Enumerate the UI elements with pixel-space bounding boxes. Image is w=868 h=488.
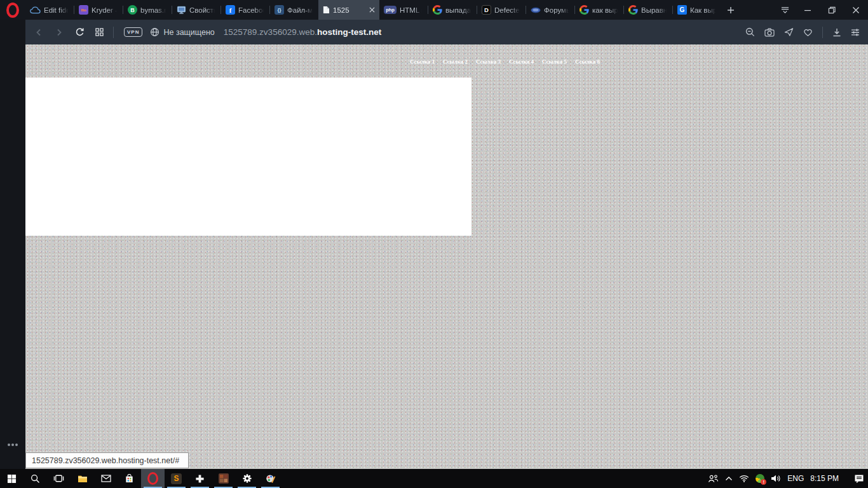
tab-13[interactable]: Выравн: [624, 0, 672, 20]
tab-title: Форумы: [544, 6, 570, 14]
people-icon: [708, 474, 719, 483]
action-center-icon: [854, 474, 864, 484]
paper-plane-icon: [784, 27, 794, 37]
forward-button[interactable]: [55, 28, 64, 37]
back-button[interactable]: [34, 28, 43, 37]
reload-button[interactable]: [75, 27, 85, 37]
clock[interactable]: 8:15 PM: [810, 474, 839, 483]
taskbar-game-button[interactable]: [212, 469, 235, 488]
taskbar-task-view-button[interactable]: [47, 469, 71, 488]
restore-button[interactable]: [820, 0, 844, 20]
taskbar-apps: S: [0, 469, 282, 488]
taskbar-start-button[interactable]: [0, 469, 24, 488]
page-nav-link-1[interactable]: Ссылка 1: [410, 58, 435, 65]
wifi-button[interactable]: [739, 475, 749, 482]
tab-title: Defecte: [494, 6, 521, 14]
site-security-button[interactable]: Не защищено: [150, 27, 214, 37]
tab-title: Edit fidd: [44, 6, 69, 14]
forum-icon: [531, 7, 541, 13]
web-page: Ссылка 1Ссылка 2Ссылка 3Ссылка 4Ссылка 5…: [25, 44, 868, 469]
camera-icon: [764, 28, 775, 37]
bookmark-button[interactable]: [803, 28, 813, 37]
security-label: Не защищено: [163, 28, 214, 37]
taskbar-paint-button[interactable]: [259, 469, 282, 488]
my-flow-button[interactable]: [784, 27, 794, 37]
downloads-button[interactable]: [832, 28, 841, 37]
page-nav-link-5[interactable]: Ссылка 5: [542, 58, 567, 65]
page-nav-link-3[interactable]: Ссылка 3: [476, 58, 501, 65]
action-center-button[interactable]: [854, 474, 864, 484]
tiles-icon: [95, 28, 104, 36]
tab-2[interactable]: lfmKryder -: [74, 0, 123, 20]
tab-search-button[interactable]: [774, 0, 796, 20]
tab-5[interactable]: fFaceboo: [221, 0, 269, 20]
taskbar-opera-button[interactable]: [141, 469, 165, 488]
tab-3[interactable]: Bbymas.ru: [123, 0, 172, 20]
page-nav-link-6[interactable]: Ссылка 6: [575, 58, 600, 65]
taskbar-mail-button[interactable]: [94, 469, 118, 488]
tab-11[interactable]: Форумы: [526, 0, 574, 20]
opera-menu-button[interactable]: [0, 0, 25, 20]
language-indicator[interactable]: ENG: [787, 474, 804, 483]
tab-search-icon: [780, 6, 790, 14]
tab-8[interactable]: phpHTML и: [379, 0, 428, 20]
url-field[interactable]: 1525789.zv356029.web.hosting-test.net: [224, 27, 745, 37]
tab-7-active[interactable]: 1525: [318, 0, 379, 20]
tab-close-icon[interactable]: [369, 7, 375, 13]
tray-expand-button[interactable]: [725, 476, 733, 481]
tab-14[interactable]: GКак выр: [673, 0, 721, 20]
tab-6[interactable]: {}Файл-ме: [270, 0, 318, 20]
taskbar-sublime-text-button[interactable]: S: [165, 469, 188, 488]
taskbar-white-app-button[interactable]: [188, 469, 212, 488]
facebook-icon: f: [226, 5, 235, 15]
tab-title: HTML и: [400, 6, 423, 14]
url-domain: hosting-test.net: [317, 27, 381, 37]
plus-icon: [727, 6, 735, 14]
taskbar-store-button[interactable]: [118, 469, 141, 488]
reload-icon: [75, 27, 85, 37]
find-button[interactable]: [745, 27, 755, 37]
blue-g-icon: G: [677, 5, 687, 15]
google-icon: [433, 5, 442, 15]
sidebar-overflow-icon[interactable]: [8, 444, 10, 446]
google-icon: [580, 5, 589, 15]
volume-button[interactable]: [771, 475, 781, 482]
antivirus-icon[interactable]: !: [756, 474, 764, 483]
tab-4[interactable]: Свойств: [172, 0, 220, 20]
minimize-icon: [804, 6, 811, 14]
taskbar-settings-button[interactable]: [235, 469, 259, 488]
bymas-icon: B: [128, 5, 137, 15]
windows-taskbar: S ! ENG 8:15 PM: [0, 469, 868, 488]
tab-10[interactable]: DDefecte: [477, 0, 526, 20]
url-prefix: 1525789.zv356029.web.: [224, 27, 317, 37]
chevron-up-icon: [725, 476, 733, 481]
tabbar-spacer: [740, 0, 774, 20]
tab-1[interactable]: Edit fidd: [25, 0, 74, 20]
google-icon: [628, 5, 638, 15]
close-button[interactable]: [844, 0, 868, 20]
page-nav-link-2[interactable]: Ссылка 2: [443, 58, 468, 65]
minimize-button[interactable]: [796, 0, 820, 20]
magnifier-icon: [745, 27, 755, 37]
taskbar-search-button[interactable]: [24, 469, 47, 488]
taskbar-file-explorer-button[interactable]: [71, 469, 94, 488]
addressbar-divider: [822, 27, 823, 38]
vpn-badge[interactable]: VPN: [124, 27, 142, 37]
restore-icon: [828, 6, 836, 14]
easy-setup-button[interactable]: [851, 28, 860, 37]
sliders-icon: [851, 28, 860, 37]
tab-9[interactable]: выпада: [428, 0, 477, 20]
tab-title: bymas.ru: [140, 6, 167, 14]
tab-title: Kryder -: [92, 6, 118, 14]
new-tab-button[interactable]: [721, 0, 740, 20]
speaker-icon: [771, 475, 781, 482]
tab-title: 1525: [333, 6, 366, 14]
tab-12[interactable]: как выр: [575, 0, 623, 20]
opera-logo-icon: [6, 3, 19, 18]
page-nav-link-4[interactable]: Ссылка 4: [509, 58, 534, 65]
tab-title: Faceboo: [238, 6, 265, 14]
speed-dial-button[interactable]: [95, 28, 104, 36]
people-button[interactable]: [708, 474, 719, 483]
snapshot-button[interactable]: [764, 28, 775, 37]
page-icon: [323, 6, 330, 14]
